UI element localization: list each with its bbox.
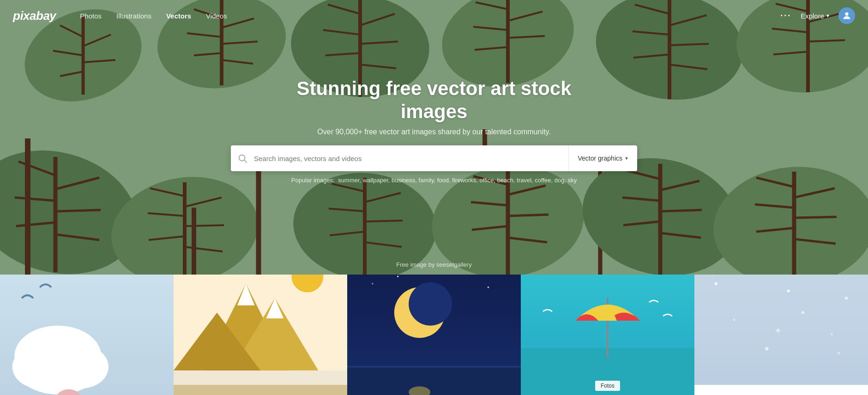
svg-text:✦: ✦ [774,325,782,336]
popular-tag-family[interactable]: family, [419,177,436,184]
nav-link-vectors[interactable]: Vectors [159,8,199,24]
svg-point-130 [488,287,489,288]
hero-section: Stunning free vector art stock images Ov… [0,0,868,275]
thumb-cloud[interactable] [0,275,174,395]
svg-point-149 [765,347,769,351]
explore-button[interactable]: Explore ▾ [801,12,829,20]
thumb-snow[interactable]: ✦ ✦ ✦ ✦ [694,275,868,395]
svg-line-101 [244,161,247,163]
search-input[interactable] [254,155,568,162]
nav-right: ··· Explore ▾ [780,7,855,24]
popular-tag-summer[interactable]: summer, [338,177,361,184]
svg-point-129 [397,276,398,277]
explore-chevron-icon: ▾ [826,12,829,19]
svg-line-81 [508,215,549,216]
search-bar: Vector graphics ▾ [231,145,637,171]
popular-tag-wallpaper[interactable]: wallpaper, [363,177,390,184]
user-avatar[interactable] [838,7,855,24]
popular-tag-travel[interactable]: travel, [517,177,533,184]
nav-link-photos[interactable]: Photos [72,8,109,24]
hero-subtitle: Over 90,000+ free vector art images shar… [317,128,550,136]
thumb-night[interactable] [347,275,521,395]
mountain-illustration [174,275,347,395]
popular-tags: Popular images: summer, wallpaper, busin… [291,177,577,184]
hero-content: Stunning free vector art stock images Ov… [231,77,637,184]
popular-tag-dog[interactable]: dog, [555,177,566,184]
thumb-mountain[interactable] [174,275,347,395]
fotos-badge: Fotos [595,381,620,391]
thumb-beach[interactable]: Fotos [521,275,694,395]
hero-credit: Free image by seesetgallery [396,261,471,268]
navbar: pixabay Photos Illustrations Vectors Vid… [0,0,868,31]
svg-point-146 [733,319,735,321]
snow-illustration: ✦ ✦ ✦ ✦ [694,275,868,395]
search-type-button[interactable]: Vector graphics ▾ [568,145,638,171]
popular-tag-fireworks[interactable]: fireworks, [452,177,478,184]
svg-line-68 [365,221,403,221]
svg-text:✦: ✦ [709,275,716,278]
logo[interactable]: pixabay [13,9,56,23]
svg-line-89 [660,210,702,211]
nav-link-videos[interactable]: Videos [199,8,235,24]
cloud-illustration [0,275,174,395]
more-button[interactable]: ··· [780,11,791,21]
popular-prefix: Popular images: [291,177,335,184]
beach-illustration [521,275,694,395]
popular-tag-sky[interactable]: sky [568,177,577,184]
night-illustration [347,275,521,395]
svg-line-97 [794,217,837,218]
svg-text:✦: ✦ [836,349,842,357]
search-type-chevron-icon: ▾ [625,155,628,162]
svg-point-132 [409,282,452,326]
explore-label: Explore [801,12,824,20]
svg-rect-140 [694,385,868,395]
svg-point-0 [845,12,848,16]
nav-links: Photos Illustrations Vectors Videos [72,8,780,24]
svg-line-60 [185,225,224,226]
popular-tag-food[interactable]: food, [437,177,451,184]
svg-line-52 [55,210,101,211]
search-icon-wrap [231,153,254,163]
hero-title: Stunning free vector art stock images [272,77,596,124]
svg-point-145 [845,297,848,299]
svg-point-148 [831,333,833,335]
popular-tag-beach[interactable]: beach, [497,177,515,184]
nav-link-illustrations[interactable]: Illustrations [109,8,159,24]
search-type-label: Vector graphics [578,155,623,162]
svg-point-143 [787,289,790,292]
svg-point-141 [715,282,717,285]
svg-rect-133 [347,367,521,395]
svg-point-147 [802,311,804,314]
search-icon [237,153,247,163]
svg-point-128 [372,283,373,284]
thumbnails-row: Fotos ✦ ✦ ✦ [0,275,868,395]
popular-tag-office[interactable]: office, [480,177,495,184]
popular-tag-business[interactable]: business, [392,177,417,184]
svg-rect-113 [174,385,347,395]
popular-tag-coffee[interactable]: coffee, [535,177,553,184]
svg-point-107 [20,354,96,395]
user-icon [842,11,852,21]
